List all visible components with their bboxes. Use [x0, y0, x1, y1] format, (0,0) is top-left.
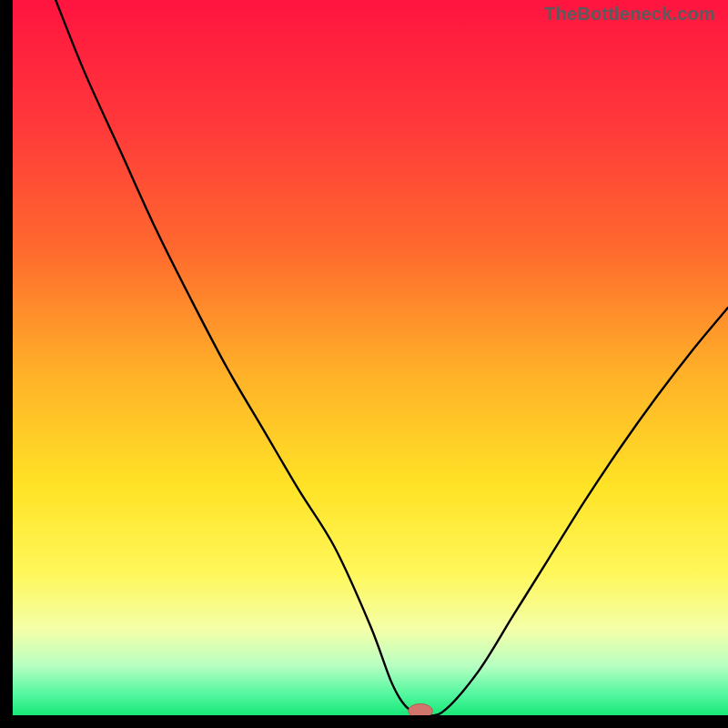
optimal-point-marker: [409, 703, 433, 715]
bottleneck-chart: [13, 0, 728, 715]
chart-frame: [13, 0, 728, 715]
plot-background: [13, 0, 728, 715]
watermark-text: TheBottleneck.com: [544, 4, 715, 25]
